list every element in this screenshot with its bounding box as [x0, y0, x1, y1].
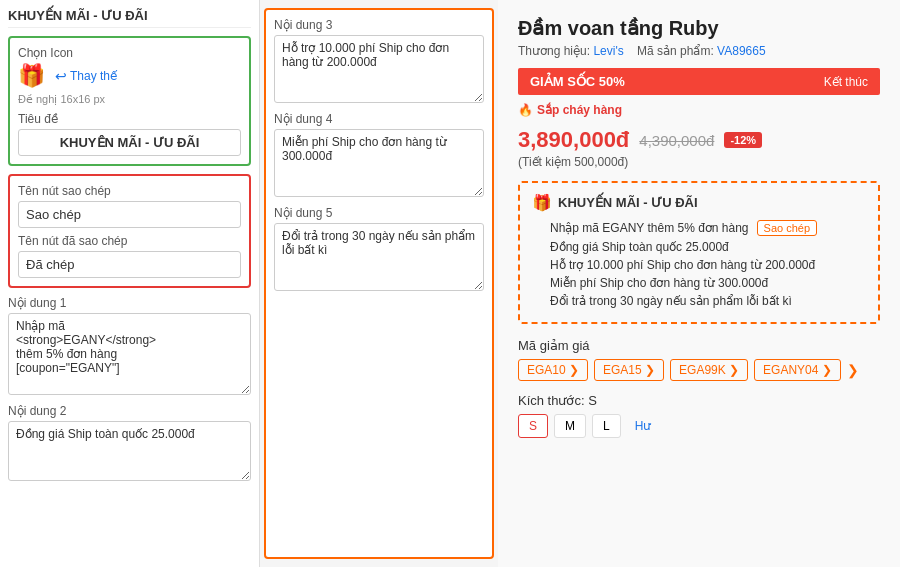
- promo-item-4: Miễn phí Ship cho đơn hàng từ 300.000đ: [550, 276, 866, 290]
- content5-label: Nội dung 5: [274, 206, 484, 220]
- copy-button-name-input[interactable]: [18, 201, 241, 228]
- promo-gift-icon: 🎁: [532, 193, 552, 212]
- price-original: 4,390,000đ: [639, 132, 714, 149]
- size-hint: Đề nghị 16x16 px: [18, 93, 241, 106]
- coupon-row: EGA10 ❯ EGA15 ❯ EGA99K ❯ EGANY04 ❯ ❯: [518, 359, 880, 381]
- content2-label: Nội dung 2: [8, 404, 251, 418]
- promo-item-1-text: Nhập mã EGANY thêm 5% đơn hàng: [550, 221, 749, 235]
- size-btn-s[interactable]: S: [518, 414, 548, 438]
- content1-textarea[interactable]: Nhập mã <strong>EGANY</strong> thêm 5% đ…: [8, 313, 251, 395]
- title-input[interactable]: [18, 129, 241, 156]
- title-label: Tiêu đề: [18, 112, 241, 126]
- content4-textarea[interactable]: Miễn phí Ship cho đơn hàng từ 300.000đ: [274, 129, 484, 197]
- icon-row: 🎁 ↩ Thay thế: [18, 63, 241, 89]
- coupon-tag-2[interactable]: EGA15 ❯: [594, 359, 664, 381]
- promo-item-5: Đổi trả trong 30 ngày nếu sản phẩm lỗi b…: [550, 294, 866, 308]
- size-label: Kích thước: S: [518, 393, 880, 408]
- content4-label: Nội dung 4: [274, 112, 484, 126]
- promo-title: KHUYẾN MÃI - ƯU ĐÃI: [558, 195, 698, 210]
- copied-button-name-input[interactable]: [18, 251, 241, 278]
- icon-label: Chọn Icon: [18, 46, 241, 60]
- promo-box: 🎁 KHUYẾN MÃI - ƯU ĐÃI Nhập mã EGANY thêm…: [518, 181, 880, 324]
- hot-label: Sắp cháy hàng: [537, 103, 622, 117]
- promo-item-3: Hỗ trợ 10.000 phí Ship cho đơn hàng từ 2…: [550, 258, 866, 272]
- red-box: Tên nút sao chép Tên nút đã sao chép: [8, 174, 251, 288]
- coupon-tag-1[interactable]: EGA10 ❯: [518, 359, 588, 381]
- replace-button[interactable]: ↩ Thay thế: [55, 68, 117, 84]
- copy-coupon-button[interactable]: Sao chép: [757, 220, 817, 236]
- sale-percent: GIẢM SỐC 50%: [530, 74, 625, 89]
- product-code-label: Mã sản phẩm:: [637, 44, 714, 58]
- content5-textarea[interactable]: Đổi trả trong 30 ngày nếu sản phẩm lỗi b…: [274, 223, 484, 291]
- gift-icon: 🎁: [18, 63, 45, 89]
- size-btn-m[interactable]: M: [554, 414, 586, 438]
- price-row: 3,890,000đ 4,390,000đ -12%: [518, 127, 880, 153]
- size-section: Kích thước: S S M L Hư: [518, 393, 880, 438]
- brand-label: Thương hiệu:: [518, 44, 590, 58]
- right-panel: Đầm voan tầng Ruby Thương hiệu: Levi's M…: [498, 0, 900, 567]
- copied-btn-label: Tên nút đã sao chép: [18, 234, 241, 248]
- copy-btn-label: Tên nút sao chép: [18, 184, 241, 198]
- size-btn-l[interactable]: L: [592, 414, 621, 438]
- content2-textarea[interactable]: Đồng giá Ship toàn quốc 25.000đ: [8, 421, 251, 481]
- promo-item-1: Nhập mã EGANY thêm 5% đơn hàng Sao chép: [550, 220, 866, 236]
- green-box: Chọn Icon 🎁 ↩ Thay thế Đề nghị 16x16 px …: [8, 36, 251, 166]
- promo-item-2: Đồng giá Ship toàn quốc 25.000đ: [550, 240, 866, 254]
- size-guide-link[interactable]: Hư: [635, 419, 652, 433]
- price-current: 3,890,000đ: [518, 127, 629, 153]
- promo-header: 🎁 KHUYẾN MÃI - ƯU ĐÃI: [532, 193, 866, 212]
- content3-textarea[interactable]: Hỗ trợ 10.000 phí Ship cho đơn hàng từ 2…: [274, 35, 484, 103]
- coupon-tag-4[interactable]: EGANY04 ❯: [754, 359, 841, 381]
- promo-item-5-text: Đổi trả trong 30 ngày nếu sản phẩm lỗi b…: [550, 294, 792, 308]
- product-code: VA89665: [717, 44, 766, 58]
- middle-panel: Nội dung 3 Hỗ trợ 10.000 phí Ship cho đơ…: [264, 8, 494, 559]
- product-title: Đầm voan tầng Ruby: [518, 16, 880, 40]
- sale-banner: GIẢM SỐC 50% Kết thúc: [518, 68, 880, 95]
- coupon-tag-3[interactable]: EGA99K ❯: [670, 359, 748, 381]
- replace-arrow-icon: ↩: [55, 68, 67, 84]
- fire-icon: 🔥: [518, 103, 533, 117]
- sale-end: Kết thúc: [824, 75, 868, 89]
- promo-item-4-text: Miễn phí Ship cho đơn hàng từ 300.000đ: [550, 276, 768, 290]
- brand-link[interactable]: Levi's: [593, 44, 623, 58]
- promo-list: Nhập mã EGANY thêm 5% đơn hàng Sao chép …: [532, 220, 866, 308]
- content3-label: Nội dung 3: [274, 18, 484, 32]
- size-row: S M L Hư: [518, 414, 880, 438]
- panel-title: KHUYẾN MÃI - ƯU ĐÃI: [8, 8, 251, 28]
- left-panel: KHUYẾN MÃI - ƯU ĐÃI Chọn Icon 🎁 ↩ Thay t…: [0, 0, 260, 567]
- coupon-section: Mã giảm giá EGA10 ❯ EGA15 ❯ EGA99K ❯ EGA…: [518, 338, 880, 381]
- savings-text: (Tiết kiệm 500,000đ): [518, 155, 880, 169]
- product-meta: Thương hiệu: Levi's Mã sản phẩm: VA89665: [518, 44, 880, 58]
- content1-label: Nội dung 1: [8, 296, 251, 310]
- coupon-next-arrow[interactable]: ❯: [847, 362, 859, 378]
- hot-tag: 🔥 Sắp cháy hàng: [518, 103, 880, 117]
- coupon-label: Mã giảm giá: [518, 338, 880, 353]
- promo-item-3-text: Hỗ trợ 10.000 phí Ship cho đơn hàng từ 2…: [550, 258, 815, 272]
- discount-badge: -12%: [724, 132, 762, 148]
- promo-item-2-text: Đồng giá Ship toàn quốc 25.000đ: [550, 240, 729, 254]
